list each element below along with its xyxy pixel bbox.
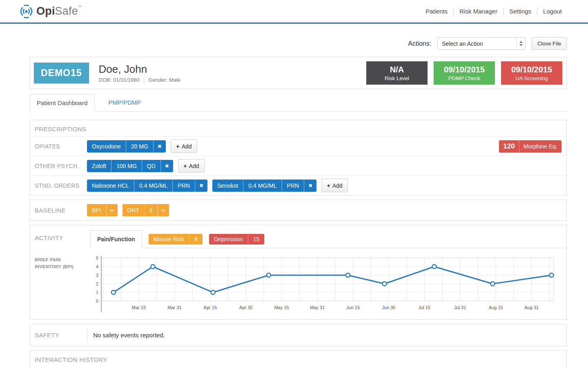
prescription-row-stnd-orders: STND. ORDERSNaloxone HCL0.4 MG/MLPRN✖Sen… (30, 175, 566, 195)
top-nav: PatientsRisk ManagerSettingsLogout (420, 8, 568, 15)
chart-label: BRIEF PAIN INVENTORY (BPI) (35, 255, 87, 316)
baseline-title: BASELINE (35, 207, 87, 214)
brand-name: OpiSafe™ (36, 5, 82, 18)
svg-text:4: 4 (96, 264, 98, 269)
svg-text:May 31: May 31 (310, 305, 325, 310)
brand-name-bold: Opi (36, 5, 55, 17)
activity-tab-misuse-risk[interactable]: Misuse Risk8 (149, 234, 203, 245)
stat-label: Risk Level (385, 75, 409, 81)
stat-value: 09/10/2015 (511, 65, 552, 74)
stat-label: UA Screening (515, 75, 548, 81)
medication-pill-zoloft: Zoloft100 MGQD✖ (87, 160, 173, 172)
svg-text:Aug 15: Aug 15 (489, 305, 503, 310)
chevron-down-icon[interactable] (106, 204, 118, 216)
patient-id-badge: DEMO15 (34, 63, 89, 83)
patient-name: Doe, John (99, 63, 360, 76)
brand: OpiSafe™ (19, 4, 82, 18)
patient-gender: Gender: Male (148, 77, 180, 83)
safety-section: SAFETY No safety events reported. (29, 324, 567, 346)
actions-label: Actions: (408, 40, 431, 47)
divider (144, 77, 144, 83)
bpi-chart: Mar 15Mar 31Apr 15Apr 30May 15May 31Jun … (87, 255, 561, 316)
medication-pill-oxycodone: Oxycodone20 MG✖ (87, 140, 166, 153)
page-content: Actions: Select an Action Close File DEM… (0, 37, 588, 368)
medication-pill-oxycodone-segment: 20 MG (126, 140, 153, 153)
patient-demographics: DOB: 01/31/1980 Gender: Male (99, 77, 360, 83)
remove-icon[interactable]: ✖ (153, 140, 166, 153)
morphine-equivalent-badge: 120Morphine Eq. (499, 140, 561, 153)
prescription-row-label: STND. ORDERS (35, 182, 87, 189)
svg-text:Mar 15: Mar 15 (132, 305, 146, 310)
activity-section: ACTIVITY Pain/FunctionMisuse Risk8Depres… (29, 225, 567, 320)
brand-trademark: ™ (78, 5, 82, 9)
chart-row: BRIEF PAIN INVENTORY (BPI) Mar 15Mar 31A… (30, 248, 566, 319)
svg-text:5: 5 (96, 256, 98, 260)
add-medication-button[interactable]: +Add (171, 139, 197, 153)
medication-pill-zoloft-segment: Zoloft (87, 160, 111, 172)
bpi-line-chart: Mar 15Mar 31Apr 15Apr 30May 15May 31Jun … (87, 255, 561, 314)
stat-pdmp-check: 09/10/2015PDMP Check (434, 61, 495, 85)
svg-text:2: 2 (96, 281, 98, 286)
nav-link-patients[interactable]: Patients (420, 8, 453, 15)
add-button-label: Add (189, 163, 199, 169)
medication-pill-zoloft-segment: 100 MG (111, 160, 142, 172)
select-stepper-icon (516, 38, 525, 49)
brand-name-light: Safe (55, 5, 78, 17)
baseline-pill-ort[interactable]: ORT5 (122, 204, 169, 216)
svg-text:Jul 31: Jul 31 (454, 305, 466, 310)
top-bar: OpiSafe™ PatientsRisk ManagerSettingsLog… (0, 0, 588, 24)
remove-icon[interactable]: ✖ (160, 160, 173, 172)
patient-header-card: DEMO15 Doe, John DOB: 01/31/1980 Gender:… (29, 57, 567, 89)
activity-title: ACTIVITY (35, 230, 90, 248)
svg-text:Mar 31: Mar 31 (167, 305, 181, 310)
plus-icon: + (327, 182, 330, 189)
activity-tab-score: 15 (248, 234, 265, 245)
svg-text:May 15: May 15 (274, 305, 289, 310)
baseline-pill-segment: ORT (122, 204, 144, 216)
medication-pill-senokot-segment: Senokot (212, 180, 243, 192)
stat-risk-level: N/ARisk Level (366, 61, 428, 85)
add-button-label: Add (182, 143, 192, 150)
medication-pill-naloxone-hcl-segment: PRN (172, 180, 195, 192)
prescriptions-title: PRESCRIPTIONS (30, 120, 566, 136)
baseline-pill-bpi[interactable]: BPI (87, 204, 118, 216)
safety-message: No safety events reported. (87, 328, 561, 342)
medication-pill-senokot: Senokot0.4 MG/MLPRN✖ (212, 180, 316, 192)
close-file-button[interactable]: Close File (532, 37, 567, 50)
morphine-equivalent-label: Morphine Eq. (519, 140, 561, 153)
chevron-down-icon[interactable] (158, 204, 169, 216)
nav-link-risk-manager[interactable]: Risk Manager (454, 8, 503, 15)
activity-tab-pain-function[interactable]: Pain/Function (90, 230, 142, 248)
stat-label: PDMP Check (448, 75, 480, 81)
add-medication-button[interactable]: +Add (178, 159, 205, 173)
activity-tab-label: Depression (209, 234, 248, 245)
action-select[interactable]: Select an Action (437, 37, 526, 50)
chevron-shape (110, 208, 114, 212)
remove-icon[interactable]: ✖ (304, 180, 316, 192)
opisafe-logo-icon (19, 4, 34, 18)
tab-pmp-pdmp[interactable]: PMP/PDMP (101, 94, 148, 112)
remove-icon[interactable]: ✖ (195, 180, 207, 192)
svg-text:Jul 15: Jul 15 (419, 305, 430, 310)
nav-link-logout[interactable]: Logout (537, 8, 568, 15)
tab-patient-dashboard[interactable]: Patient Dashboard (29, 94, 95, 112)
prescription-row-label: OPIATES (35, 143, 87, 150)
medication-pill-naloxone-hcl: Naloxone HCL0.4 MG/MLPRN✖ (87, 180, 207, 192)
svg-text:0: 0 (96, 298, 98, 303)
nav-link-settings[interactable]: Settings (503, 8, 537, 15)
baseline-pills: BPIORT5 (87, 204, 174, 216)
svg-text:3: 3 (96, 273, 98, 278)
add-medication-button[interactable]: +Add (321, 179, 348, 192)
activity-tab-depression[interactable]: Depression15 (209, 234, 264, 245)
svg-text:Jun 15: Jun 15 (346, 305, 360, 310)
plus-icon: + (183, 162, 187, 169)
activity-tab-label: Misuse Risk (149, 234, 189, 245)
svg-text:Jun 30: Jun 30 (382, 305, 395, 310)
medication-pill-naloxone-hcl-segment: Naloxone HCL (87, 180, 134, 192)
svg-text:Apr 30: Apr 30 (239, 305, 252, 310)
stat-ua-screening: 09/10/2015UA Screening (501, 61, 562, 85)
medication-pill-zoloft-segment: QD (142, 160, 160, 172)
add-button-label: Add (332, 182, 343, 189)
prescription-row-label: OTHER PSYCH. (35, 163, 87, 169)
prescription-rows: OPIATESOxycodone20 MG✖+Add120Morphine Eq… (30, 136, 566, 195)
